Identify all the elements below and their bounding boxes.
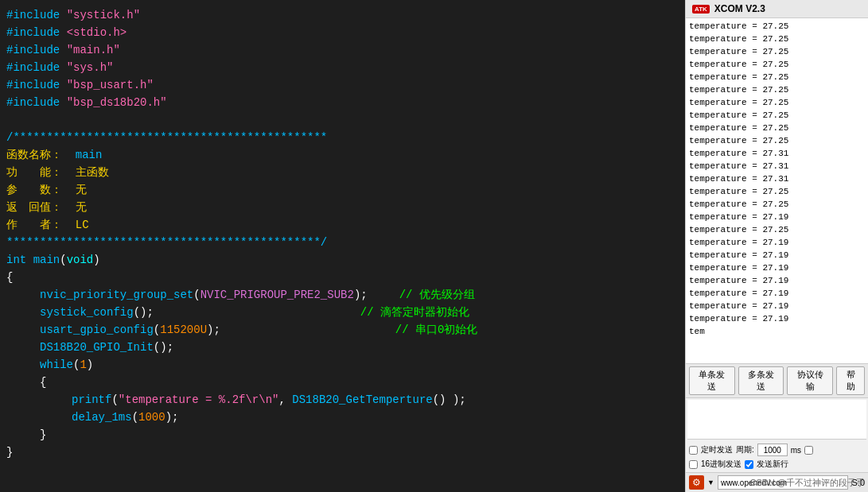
code-line: ****************************************… xyxy=(0,234,685,251)
timed-send-label: 定时发送 xyxy=(701,444,733,455)
code-line: #include "main.h" xyxy=(0,41,685,59)
code-line: usart_gpio_config(115200U); // 串口0初始化 xyxy=(0,321,685,339)
multi-send-btn[interactable]: 多条发送 xyxy=(738,366,784,395)
code-line: 返 回值： 无 xyxy=(0,199,685,216)
xcom-output-line: temperature = 27.25 xyxy=(689,134,865,147)
xcom-output-line: temperature = 27.19 xyxy=(689,249,865,261)
code-line: } xyxy=(0,426,685,444)
hex-send-row: 16进制发送 发送新行 xyxy=(689,459,865,470)
code-line: 参 数： 无 xyxy=(0,181,685,199)
code-line: #include "bsp_usart.h" xyxy=(0,76,685,94)
xcom-options: 定时发送 周期: ms 16进制发送 发送新行 xyxy=(686,441,868,472)
xcom-output-line: temperature = 27.19 xyxy=(689,274,865,287)
hex-send-checkbox[interactable] xyxy=(689,460,698,469)
timed-send-checkbox[interactable] xyxy=(689,446,698,455)
xcom-output-line: temperature = 27.25 xyxy=(689,185,865,198)
code-line: { xyxy=(0,374,685,391)
code-line: int main(void) xyxy=(0,251,685,269)
watermark: CSDN @千不过神评的段子手 xyxy=(750,477,865,489)
xcom-output-line: temperature = 27.25 xyxy=(689,45,865,58)
xcom-output-line: temperature = 27.25 xyxy=(689,223,865,236)
code-line: nvic_priority_group_set(NVIC_PRIGROUP_PR… xyxy=(0,286,685,304)
xcom-output-line: temperature = 27.19 xyxy=(689,261,865,274)
xcom-output-line: temperature = 27.25 xyxy=(689,122,865,134)
xcom-output-line: temperature = 27.25 xyxy=(689,96,865,109)
xcom-output: temperature = 27.25temperature = 27.25te… xyxy=(686,18,868,363)
xcom-output-line: temperature = 27.25 xyxy=(689,58,865,71)
xcom-titlebar: ATK XCOM V2.3 xyxy=(686,0,868,18)
single-send-btn[interactable]: 单条发送 xyxy=(689,366,735,395)
code-line: DS18B20_GPIO_Init(); xyxy=(0,339,685,356)
ms-label: ms xyxy=(791,446,801,455)
timed-send-row: 定时发送 周期: ms xyxy=(689,444,865,456)
code-line: #include "systick.h" xyxy=(0,6,685,24)
newline-checkbox[interactable] xyxy=(745,460,753,469)
code-line: /***************************************… xyxy=(0,129,685,146)
xcom-output-line: temperature = 27.19 xyxy=(689,236,865,249)
xcom-output-line: temperature = 27.19 xyxy=(689,287,865,300)
xcom-panel: ATK XCOM V2.3 temperature = 27.25tempera… xyxy=(685,0,868,492)
code-line: { xyxy=(0,269,685,286)
period-input[interactable] xyxy=(757,444,788,456)
period-label: 周期: xyxy=(736,444,754,455)
xcom-toolbar: 单条发送 多条发送 协议传输 帮助 xyxy=(686,363,868,398)
code-line: #include "bsp_ds18b20.h" xyxy=(0,94,685,111)
dropdown-arrow[interactable]: ▼ xyxy=(707,478,714,486)
xcom-send-area[interactable] xyxy=(687,400,866,440)
code-line: #include "sys.h" xyxy=(0,59,685,76)
gear-btn[interactable]: ⚙ xyxy=(689,475,704,490)
protocol-btn[interactable]: 协议传输 xyxy=(787,366,833,395)
xcom-output-line: temperature = 27.19 xyxy=(689,211,865,223)
help-btn[interactable]: 帮助 xyxy=(836,366,865,395)
xcom-output-line: temperature = 27.25 xyxy=(689,83,865,96)
xcom-output-line: temperature = 27.25 xyxy=(689,33,865,45)
code-line: } xyxy=(0,444,685,461)
xcom-output-line: temperature = 27.31 xyxy=(689,160,865,172)
code-editor: #include "systick.h" #include <stdio.h> … xyxy=(0,0,685,492)
code-line: 作 者： LC xyxy=(0,216,685,234)
code-line: 功 能： 主函数 xyxy=(0,164,685,181)
code-line: while(1) xyxy=(0,356,685,374)
code-line: 函数名称： main xyxy=(0,146,685,164)
code-line: #include <stdio.h> xyxy=(0,24,685,41)
ms-checkbox[interactable] xyxy=(804,446,813,455)
xcom-output-line: temperature = 27.25 xyxy=(689,109,865,122)
code-line: systick_config(); // 滴答定时器初始化 xyxy=(0,304,685,321)
code-line: printf("temperature = %.2f\r\n", DS18B20… xyxy=(0,391,685,409)
newline-label: 发送新行 xyxy=(757,459,788,470)
xcom-output-line: temperature = 27.31 xyxy=(689,147,865,160)
xcom-title: XCOM V2.3 xyxy=(714,3,765,14)
xcom-logo: ATK xyxy=(692,5,710,14)
xcom-output-line: temperature = 27.25 xyxy=(689,20,865,33)
xcom-output-line: temperature = 27.31 xyxy=(689,172,865,185)
code-line xyxy=(0,111,685,129)
code-line: delay_1ms(1000); xyxy=(0,409,685,426)
xcom-output-line: tem xyxy=(689,325,865,338)
xcom-output-line: temperature = 27.25 xyxy=(689,71,865,83)
xcom-output-line: temperature = 27.19 xyxy=(689,300,865,312)
xcom-output-line: temperature = 27.19 xyxy=(689,312,865,325)
hex-send-label: 16进制发送 xyxy=(701,459,741,470)
xcom-output-line: temperature = 27.25 xyxy=(689,198,865,211)
